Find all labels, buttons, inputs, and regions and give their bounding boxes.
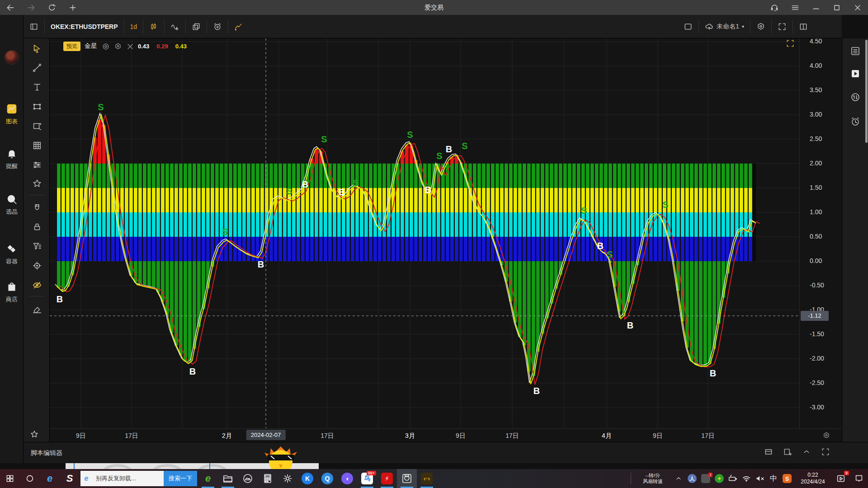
interval-button[interactable]: 1d — [124, 19, 143, 35]
taskbar-app-calculator[interactable] — [258, 469, 278, 488]
favorites-star-icon[interactable] — [30, 430, 41, 441]
editor-new-pane-icon[interactable] — [783, 447, 792, 456]
buy-signal-marker: B — [710, 368, 716, 378]
alerts-clock-icon[interactable] — [849, 115, 862, 128]
taskbar-app-quark[interactable]: ◖ — [337, 469, 357, 488]
taskbar-app-flash-app[interactable]: ⚡ — [377, 469, 397, 488]
crosshair-price-tag: -1.12 — [801, 311, 829, 321]
app-menu-button[interactable] — [785, 0, 806, 15]
tray-antivirus-icon[interactable]: + — [712, 469, 726, 488]
taskbar-app-ie[interactable]: e — [40, 469, 60, 488]
panels-button[interactable] — [24, 19, 44, 35]
maximize-pane-button[interactable] — [786, 39, 796, 47]
oscillator-chart[interactable]: BSBSBSBSBSSBSBSBSBSBSB — [50, 38, 799, 428]
sort-icon[interactable] — [849, 91, 862, 103]
cloud-save-button[interactable]: 未命名1▾ — [699, 19, 750, 35]
data-window-icon[interactable] — [849, 67, 862, 80]
sidebar-item-alerts[interactable]: 提醒 — [0, 147, 24, 170]
desktop-pet[interactable] — [260, 445, 302, 469]
battery-icon[interactable] — [726, 469, 740, 488]
taskbar-app-trading-app[interactable] — [397, 469, 417, 488]
sidebar-item-store[interactable]: 商店 — [0, 280, 24, 304]
taskbar-app-cortana[interactable] — [20, 469, 40, 488]
compare-button[interactable] — [186, 19, 207, 35]
time-axis[interactable]: 9日17日2月17日3月9日17日4月9日17日2024-02-07 — [50, 428, 842, 442]
volume-muted-icon[interactable] — [753, 469, 767, 488]
ime-indicator[interactable]: 中 — [767, 469, 780, 488]
close-button[interactable] — [847, 0, 868, 15]
taskbar-app-green-browser[interactable]: e — [198, 469, 218, 488]
candles-style-button[interactable] — [143, 19, 164, 35]
taskbar-clock[interactable]: 0:222024/4/24 — [794, 472, 832, 485]
indicator-close-icon[interactable] — [126, 42, 134, 50]
taskbar-app-qq-browser[interactable]: Q — [317, 469, 337, 488]
support-headset-button[interactable] — [764, 0, 785, 15]
action-center-icon[interactable] — [850, 469, 868, 488]
search-input[interactable]: 别再反复卸载... — [92, 474, 164, 483]
taskbar-app-kuaishou[interactable]: K — [297, 469, 317, 488]
grid-tool-icon[interactable] — [31, 140, 43, 151]
magnet-tool-icon[interactable] — [31, 202, 43, 214]
drawing-toolbar — [24, 38, 50, 442]
script-editor-bar[interactable]: 脚本编辑器 — [24, 442, 868, 463]
window-title: 爱交易 — [0, 4, 868, 12]
minimize-button[interactable] — [806, 0, 826, 15]
chart-settings-button[interactable] — [750, 19, 771, 35]
editor-fullscreen-icon[interactable] — [821, 447, 830, 456]
fullscreen-button[interactable] — [772, 19, 793, 35]
cursor-tool-icon[interactable] — [31, 43, 43, 55]
sidebar-item-screener[interactable]: 选品 — [0, 192, 24, 216]
indicator-settings-icon[interactable] — [113, 42, 122, 50]
chart-plot-area[interactable]: BSBSBSBSBSSBSBSBSBSBSB — [50, 38, 799, 428]
split-view-button[interactable] — [793, 19, 814, 35]
sidebar-item-container[interactable]: 容器 — [0, 242, 24, 266]
chart-toolbar: OKEX:ETHUSDTPERP 1d 未命名1▾ — [24, 15, 842, 38]
player-tray-icon[interactable]: 9 — [832, 469, 850, 488]
trend-tool-icon[interactable] — [31, 62, 43, 74]
tray-avatar-icon[interactable]: 人 — [685, 469, 699, 488]
tray-expand-icon[interactable] — [672, 469, 685, 488]
editor-layout-icon[interactable] — [764, 447, 773, 456]
taskbar-app-editor-app[interactable]: ‹·› — [417, 469, 437, 488]
buy-signal-marker: B — [57, 294, 63, 304]
indicator-visibility-icon[interactable] — [101, 42, 109, 50]
lock-tool-icon[interactable] — [31, 221, 43, 233]
symbol-button[interactable]: OKEX:ETHUSDTPERP — [45, 19, 124, 35]
proj-tool-icon[interactable] — [31, 120, 43, 132]
user-avatar[interactable] — [5, 50, 19, 65]
eraser-tool-icon[interactable] — [31, 303, 43, 315]
right-scrollbar[interactable] — [865, 40, 868, 143]
layout-button[interactable] — [678, 19, 698, 35]
tray-security-icon[interactable]: ! — [699, 469, 712, 488]
taskbar-app-settings[interactable] — [278, 469, 297, 488]
sell-signal-marker: S — [321, 134, 327, 144]
taskbar-app-start[interactable] — [0, 469, 20, 488]
sliders-tool-icon[interactable] — [31, 159, 43, 171]
search-button[interactable]: 搜索一下 — [164, 471, 197, 486]
indicators-button[interactable] — [165, 19, 185, 35]
taskbar-app-sogou-input[interactable]: S — [60, 469, 80, 488]
taskbar-app-bird-app[interactable]: 鸟99+ — [357, 469, 377, 488]
timezone-settings-icon[interactable] — [822, 431, 831, 440]
text-tool-icon[interactable] — [31, 81, 43, 93]
sell-signal-marker: S — [581, 206, 587, 216]
sidebar-item-chart[interactable]: 图表 — [0, 102, 24, 126]
eyeoff-tool-icon[interactable] — [31, 279, 43, 291]
sogou-tray-icon[interactable]: S — [780, 469, 794, 488]
edit-script-button[interactable] — [228, 19, 249, 35]
price-label: 4.00 — [810, 62, 822, 69]
editor-expand-up-icon[interactable] — [802, 447, 811, 456]
maximize-button[interactable] — [826, 0, 847, 15]
indicator-name[interactable]: 金星 — [85, 42, 97, 50]
target-tool-icon[interactable] — [31, 260, 43, 272]
funnel-tool-icon[interactable] — [31, 240, 43, 252]
alert-add-button[interactable] — [207, 19, 228, 35]
taskbar-app-photos[interactable] — [238, 469, 258, 488]
star-tool-icon[interactable] — [31, 178, 43, 189]
taskbar-app-explorer[interactable] — [218, 469, 238, 488]
rect-tool-icon[interactable] — [31, 101, 43, 113]
taskbar-search-box[interactable]: e别再反复卸载...搜索一下 — [80, 471, 197, 486]
price-axis[interactable]: 4.504.003.503.002.502.001.501.000.500.00… — [799, 38, 842, 428]
wifi-icon[interactable] — [740, 469, 753, 488]
object-tree-icon[interactable] — [849, 45, 862, 57]
